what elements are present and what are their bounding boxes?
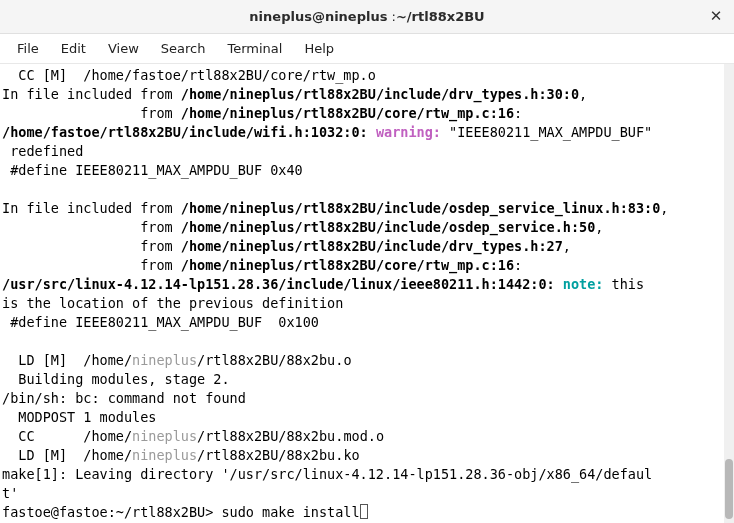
out-line: CC [M] /home/fastoe/rtl88x2BU/core/rtw_m… [2, 67, 376, 83]
close-icon: ✕ [710, 7, 723, 25]
out-line: is the location of the previous definiti… [2, 295, 343, 311]
out-line: /rtl88x2BU/88x2bu.mod.o [197, 428, 384, 444]
out-path: /home/nineplus/rtl88x2BU/core/rtw_mp.c:1… [181, 105, 514, 121]
out-line: MODPOST 1 modules [2, 409, 156, 425]
out-line: from [2, 219, 181, 235]
menu-help[interactable]: Help [293, 36, 345, 61]
terminal-content[interactable]: CC [M] /home/fastoe/rtl88x2BU/core/rtw_m… [0, 64, 734, 523]
menu-file[interactable]: File [6, 36, 50, 61]
close-button[interactable]: ✕ [706, 6, 726, 26]
out-user: nineplus [132, 447, 197, 463]
out-line: , [595, 219, 603, 235]
typed-command[interactable]: sudo make install [221, 504, 359, 520]
out-line: from [2, 105, 181, 121]
prompt: fastoe@fastoe:~/rtl88x2BU> [2, 504, 221, 520]
out-line: /rtl88x2BU/88x2bu.ko [197, 447, 360, 463]
warning-label: warning: [376, 124, 441, 140]
window-title: nineplus@nineplus :~/rtl88x2BU [249, 9, 484, 24]
out-line: , [563, 238, 571, 254]
menu-view[interactable]: View [97, 36, 150, 61]
title-path: ~/rtl88x2BU [396, 9, 485, 24]
note-label: note: [563, 276, 604, 292]
menubar: File Edit View Search Terminal Help [0, 34, 734, 64]
out-user: nineplus [132, 428, 197, 444]
out-line: "IEEE80211_MAX_AMPDU_BUF" [441, 124, 652, 140]
title-user-host: nineplus@nineplus [249, 9, 387, 24]
out-path: /home/nineplus/rtl88x2BU/core/rtw_mp.c:1… [181, 257, 514, 273]
out-path: /usr/src/linux-4.12.14-lp151.28.36/inclu… [2, 276, 555, 292]
out-line: Building modules, stage 2. [2, 371, 230, 387]
out-line: CC /home/ [2, 428, 132, 444]
out-line: /rtl88x2BU/88x2bu.o [197, 352, 351, 368]
out-line: #define IEEE80211_MAX_AMPDU_BUF 0x40 [2, 162, 303, 178]
titlebar: nineplus@nineplus :~/rtl88x2BU ✕ [0, 0, 734, 34]
out-line: , [660, 200, 668, 216]
out-line: LD [M] /home/ [2, 352, 132, 368]
scrollbar[interactable] [724, 64, 734, 523]
out-path: /home/fastoe/rtl88x2BU/include/wifi.h:10… [2, 124, 368, 140]
title-sep: : [387, 9, 396, 24]
out-line: , [579, 86, 587, 102]
menu-search[interactable]: Search [150, 36, 217, 61]
out-path: /home/nineplus/rtl88x2BU/include/osdep_s… [181, 219, 596, 235]
out-line: make[1]: Leaving directory '/usr/src/lin… [2, 466, 652, 482]
menu-edit[interactable]: Edit [50, 36, 97, 61]
out-line: t' [2, 485, 18, 501]
terminal-viewport[interactable]: CC [M] /home/fastoe/rtl88x2BU/core/rtw_m… [0, 64, 734, 523]
out-line: : [514, 257, 522, 273]
cursor-icon [360, 504, 368, 519]
out-line: In file included from [2, 86, 181, 102]
out-line: LD [M] /home/ [2, 447, 132, 463]
out-line: In file included from [2, 200, 181, 216]
menu-terminal[interactable]: Terminal [216, 36, 293, 61]
out-line: from [2, 238, 181, 254]
out-path: /home/nineplus/rtl88x2BU/include/osdep_s… [181, 200, 661, 216]
out-user: nineplus [132, 352, 197, 368]
out-line: from [2, 257, 181, 273]
out-line: /bin/sh: bc: command not found [2, 390, 246, 406]
out-path: /home/nineplus/rtl88x2BU/include/drv_typ… [181, 86, 579, 102]
out-line: this [603, 276, 644, 292]
out-path: /home/nineplus/rtl88x2BU/include/drv_typ… [181, 238, 563, 254]
out-line: #define IEEE80211_MAX_AMPDU_BUF 0x100 [2, 314, 319, 330]
scrollthumb[interactable] [725, 459, 733, 519]
out-line: : [514, 105, 522, 121]
out-line: redefined [2, 143, 83, 159]
